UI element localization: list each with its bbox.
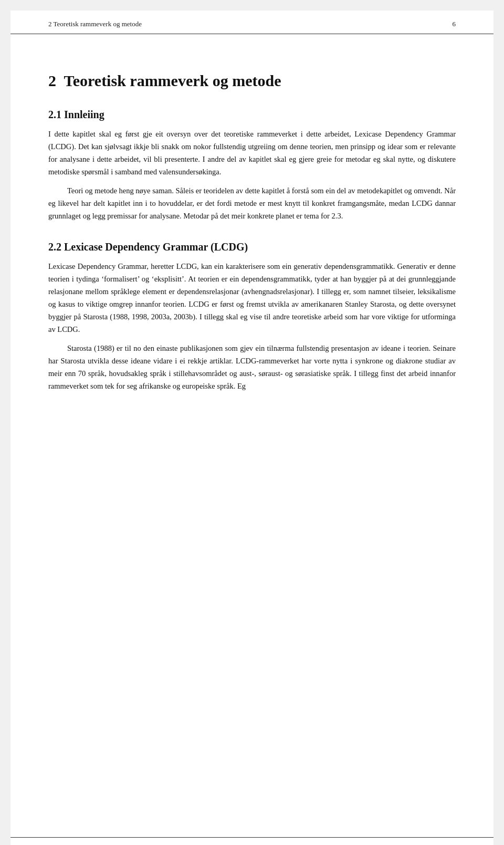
header-title: 2 Teoretisk rammeverk og metode bbox=[48, 20, 142, 28]
paragraph-3: Lexicase Dependency Grammar, heretter LC… bbox=[48, 260, 456, 336]
section-2-1-title: 2.1 Innleiing bbox=[48, 109, 456, 121]
paragraph-1: I dette kapitlet skal eg først gje eit o… bbox=[48, 128, 456, 179]
page-footer: Tor Arne Haugen: Når preposisjonar ersta… bbox=[10, 837, 494, 845]
header-page-number: 6 bbox=[453, 20, 456, 28]
paragraph-4: Starosta (1988) er til no den einaste pu… bbox=[48, 342, 456, 393]
page: 2 Teoretisk rammeverk og metode 6 2 Teor… bbox=[10, 11, 494, 845]
page-header: 2 Teoretisk rammeverk og metode 6 bbox=[10, 11, 494, 34]
section-2-2-title: 2.2 Lexicase Dependency Grammar (LCDG) bbox=[48, 241, 456, 253]
main-content: 2 Teoretisk rammeverk og metode 2.1 Innl… bbox=[10, 34, 494, 837]
paragraph-2: Teori og metode heng nøye saman. Såleis … bbox=[48, 185, 456, 223]
chapter-title: 2 Teoretisk rammeverk og metode bbox=[48, 72, 456, 90]
